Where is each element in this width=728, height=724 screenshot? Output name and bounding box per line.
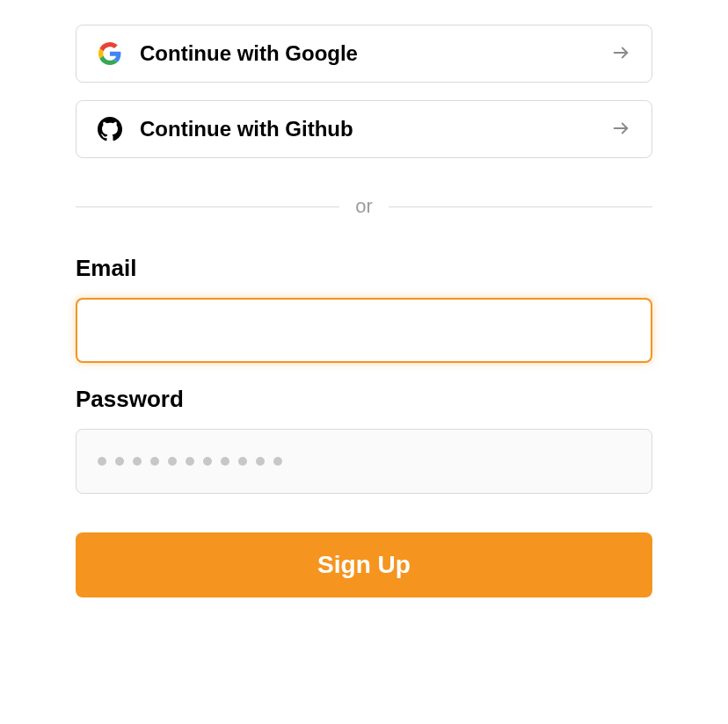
password-dot (150, 457, 159, 466)
password-label: Password (76, 386, 652, 413)
password-dot (168, 457, 177, 466)
divider: or (76, 195, 652, 218)
password-dot (133, 457, 142, 466)
password-dot (203, 457, 212, 466)
password-dot (238, 457, 247, 466)
divider-text: or (355, 195, 373, 218)
signup-button[interactable]: Sign Up (76, 532, 652, 597)
github-button-label: Continue with Github (140, 117, 611, 141)
email-label: Email (76, 255, 652, 282)
google-icon (98, 41, 122, 66)
password-dot (186, 457, 194, 466)
divider-line-left (76, 206, 339, 207)
arrow-right-icon (611, 119, 630, 141)
arrow-right-icon (611, 43, 630, 65)
password-field-group: Password (76, 386, 652, 494)
email-input[interactable] (76, 298, 652, 363)
email-field-group: Email (76, 255, 652, 363)
signup-card: Continue with Google Continue with Githu… (0, 0, 728, 724)
github-icon (98, 117, 122, 141)
password-dot (115, 457, 124, 466)
password-dot (98, 457, 106, 466)
password-dot (256, 457, 265, 466)
google-button-label: Continue with Google (140, 41, 611, 66)
continue-with-google-button[interactable]: Continue with Google (76, 25, 652, 83)
divider-line-right (389, 206, 652, 207)
password-input[interactable] (76, 429, 652, 494)
continue-with-github-button[interactable]: Continue with Github (76, 100, 652, 158)
password-dot (273, 457, 282, 466)
password-dot (221, 457, 229, 466)
